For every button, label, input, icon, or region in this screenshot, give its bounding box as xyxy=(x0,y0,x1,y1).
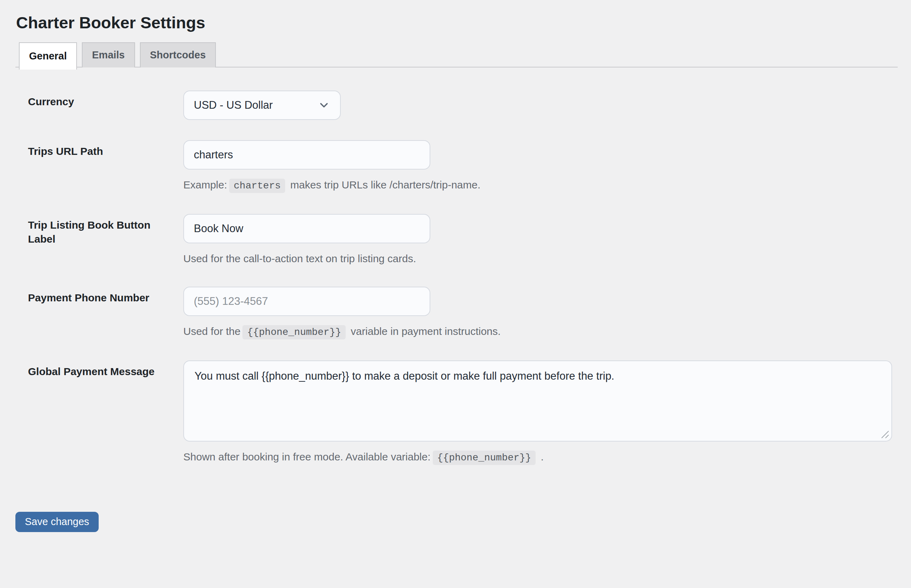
book-button-description: Used for the call-to-action text on trip… xyxy=(183,251,898,267)
description-suffix: . xyxy=(538,451,544,462)
tab-shortcodes[interactable]: Shortcodes xyxy=(140,42,216,68)
payment-phone-description: Used for the{{phone_number}} variable in… xyxy=(183,324,898,340)
inline-code: charters xyxy=(229,179,285,193)
trips-url-input[interactable] xyxy=(183,140,430,170)
tab-general-label: General xyxy=(29,50,67,62)
payment-phone-label: Payment Phone Number xyxy=(15,287,183,340)
trips-url-description: Example:charters makes trip URLs like /c… xyxy=(183,177,898,194)
description-prefix: Used for the xyxy=(183,325,240,337)
page-title: Charter Booker Settings xyxy=(16,13,898,33)
inline-code: {{phone_number}} xyxy=(433,451,536,465)
tab-general[interactable]: General xyxy=(19,42,77,69)
description-suffix: variable in payment instructions. xyxy=(348,325,501,337)
resize-handle-icon[interactable] xyxy=(880,430,889,439)
chevron-down-icon xyxy=(318,99,330,111)
currency-row: Currency USD - US Dollar xyxy=(15,90,898,120)
description-prefix: Example: xyxy=(183,179,227,191)
settings-page: Charter Booker Settings General Emails S… xyxy=(15,0,898,532)
currency-selected-value: USD - US Dollar xyxy=(194,99,273,111)
tab-emails-label: Emails xyxy=(92,49,125,61)
trips-url-label: Trips URL Path xyxy=(15,140,183,194)
payment-phone-input[interactable] xyxy=(183,287,430,316)
tab-shortcodes-label: Shortcodes xyxy=(150,49,206,61)
book-button-label: Trip Listing Book Button Label xyxy=(15,214,183,267)
book-button-label-input[interactable] xyxy=(183,214,430,243)
payment-message-row: Global Payment Message You must call {{p… xyxy=(15,360,898,466)
save-changes-button[interactable]: Save changes xyxy=(15,512,99,532)
tab-emails[interactable]: Emails xyxy=(82,42,135,68)
currency-label: Currency xyxy=(15,90,183,120)
general-settings-form: Currency USD - US Dollar Trips URL Path … xyxy=(15,90,898,466)
book-button-label-row: Trip Listing Book Button Label Used for … xyxy=(15,214,898,267)
payment-message-field: You must call {{phone_number}} to make a… xyxy=(183,360,892,441)
inline-code: {{phone_number}} xyxy=(242,325,346,339)
trips-url-row: Trips URL Path Example:charters makes tr… xyxy=(15,140,898,194)
payment-message-textarea[interactable]: You must call {{phone_number}} to make a… xyxy=(183,360,892,441)
payment-phone-row: Payment Phone Number Used for the{{phone… xyxy=(15,287,898,340)
payment-message-description: Shown after booking in free mode. Availa… xyxy=(183,449,898,466)
description-prefix: Shown after booking in free mode. Availa… xyxy=(183,451,431,462)
description-suffix: makes trip URLs like /charters/trip-name… xyxy=(287,179,480,191)
tab-bar: General Emails Shortcodes xyxy=(15,42,898,68)
payment-message-label: Global Payment Message xyxy=(15,360,183,466)
currency-select[interactable]: USD - US Dollar xyxy=(183,90,341,120)
